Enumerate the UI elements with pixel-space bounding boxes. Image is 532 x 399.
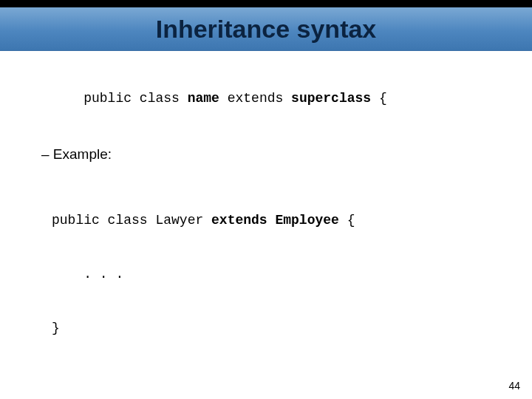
example-line-2: . . . <box>52 265 511 283</box>
example-code-block: public class Lawyer extends Employee { .… <box>52 176 511 373</box>
example-line-1: public class Lawyer extends Employee { <box>52 211 511 229</box>
syntax-name-placeholder: name <box>188 91 219 106</box>
syntax-text: public class <box>83 91 187 106</box>
syntax-declaration: public class name extends superclass { <box>52 72 511 126</box>
code-extends-clause: extends Employee <box>211 213 339 228</box>
example-line-3: } <box>52 319 511 337</box>
code-text: public class Lawyer <box>52 213 211 228</box>
syntax-text: { <box>371 91 387 106</box>
example-label: – Example: <box>41 145 511 164</box>
syntax-superclass-placeholder: superclass <box>291 91 371 106</box>
page-number: 44 <box>508 380 520 392</box>
slide-title: Inheritance syntax <box>156 15 377 44</box>
code-text: { <box>339 213 355 228</box>
top-black-bar <box>0 0 532 7</box>
slide-body: public class name extends superclass { –… <box>0 51 532 399</box>
title-band: Inheritance syntax <box>0 7 532 51</box>
syntax-text: extends <box>219 91 291 106</box>
